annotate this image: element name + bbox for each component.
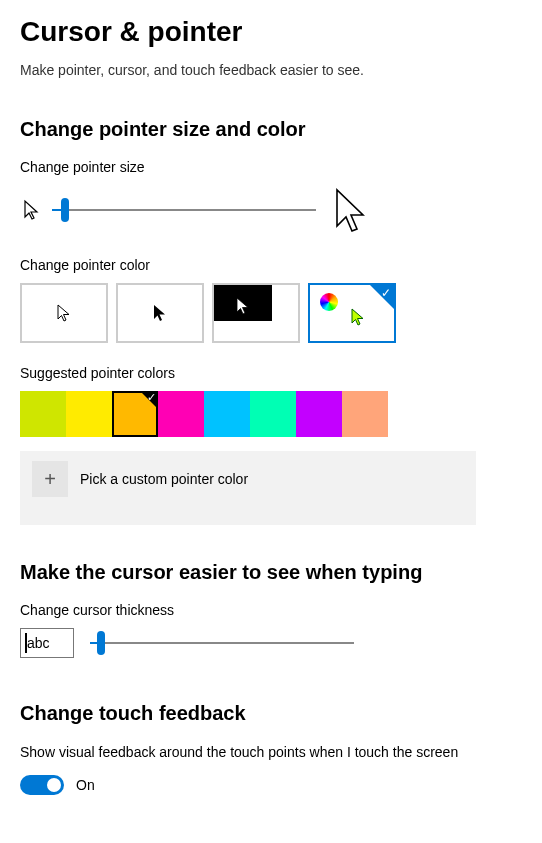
cursor-large-icon	[330, 185, 372, 235]
color-swatch[interactable]	[66, 391, 112, 437]
cursor-thickness-slider[interactable]	[90, 631, 354, 655]
touch-feedback-toggle-text: On	[76, 777, 95, 793]
touch-feedback-toggle[interactable]	[20, 775, 64, 795]
pointer-size-label: Change pointer size	[20, 159, 522, 175]
touch-feedback-label: Show visual feedback around the touch po…	[20, 743, 500, 763]
color-swatch[interactable]	[204, 391, 250, 437]
page-title: Cursor & pointer	[20, 16, 522, 48]
pointer-color-schemes: ✓	[20, 283, 522, 343]
color-swatch[interactable]	[158, 391, 204, 437]
cursor-thickness-preview: abc	[20, 628, 74, 658]
section-touch-heading: Change touch feedback	[20, 702, 522, 725]
check-icon: ✓	[381, 286, 391, 300]
scheme-white[interactable]	[20, 283, 108, 343]
section-cursor-heading: Make the cursor easier to see when typin…	[20, 561, 522, 584]
color-swatch[interactable]	[342, 391, 388, 437]
section-pointer-heading: Change pointer size and color	[20, 118, 522, 141]
color-wheel-icon	[320, 293, 338, 311]
scheme-black[interactable]	[116, 283, 204, 343]
scheme-custom[interactable]: ✓	[308, 283, 396, 343]
check-icon: ✓	[147, 391, 156, 404]
color-swatch[interactable]	[250, 391, 296, 437]
color-swatch[interactable]: ✓	[112, 391, 158, 437]
page-subtitle: Make pointer, cursor, and touch feedback…	[20, 62, 522, 78]
color-swatch[interactable]	[296, 391, 342, 437]
cursor-thickness-label: Change cursor thickness	[20, 602, 522, 618]
color-swatch[interactable]	[20, 391, 66, 437]
cursor-small-icon	[20, 198, 44, 222]
pointer-color-label: Change pointer color	[20, 257, 522, 273]
plus-icon: +	[32, 461, 68, 497]
cursor-preview-text: abc	[27, 635, 50, 651]
suggested-colors-label: Suggested pointer colors	[20, 365, 522, 381]
pointer-size-slider[interactable]	[52, 198, 316, 222]
scheme-inverted[interactable]	[212, 283, 300, 343]
pick-custom-color-label: Pick a custom pointer color	[80, 471, 248, 487]
pick-custom-color-button[interactable]: + Pick a custom pointer color	[32, 461, 464, 497]
suggested-color-swatches: ✓	[20, 391, 522, 437]
